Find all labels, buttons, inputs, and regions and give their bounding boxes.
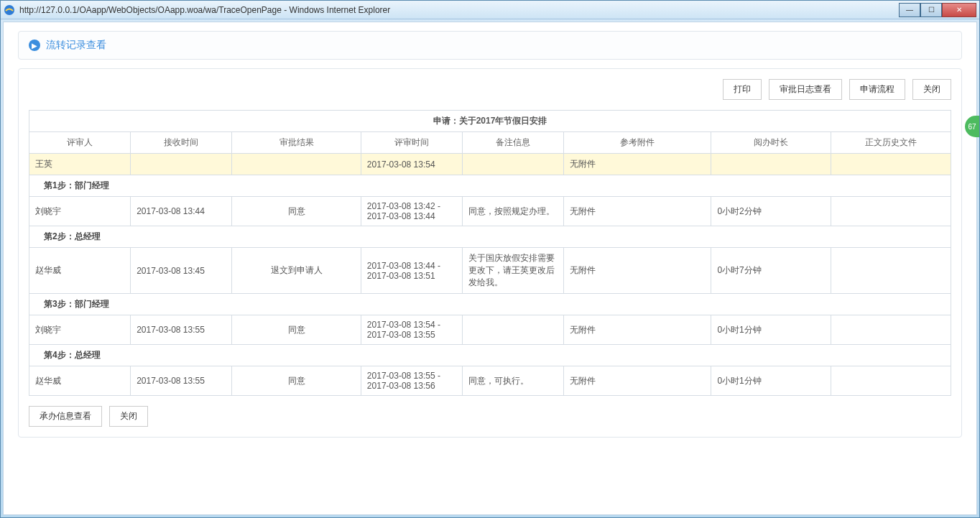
top-toolbar: 打印 审批日志查看 申请流程 关闭 xyxy=(29,79,951,100)
table-row: 刘晓宇2017-03-08 13:44同意2017-03-08 13:42 - … xyxy=(29,197,951,226)
window-buttons: — ☐ ✕ xyxy=(899,3,976,17)
content-frame: ▶ 流转记录查看 打印 审批日志查看 申请流程 关闭 xyxy=(3,22,977,515)
close-button[interactable]: 关闭 xyxy=(912,79,951,100)
arrow-right-icon: ▶ xyxy=(29,40,40,51)
print-button[interactable]: 打印 xyxy=(723,79,762,100)
table-row: 赵华威2017-03-08 13:55同意2017-03-08 13:55 - … xyxy=(29,366,951,396)
trace-table: 申请：关于2017年节假日安排评审人接收时间审批结果评审时间备注信息参考附件阅办… xyxy=(29,110,951,396)
highlight-row: 王英2017-03-08 13:54无附件 xyxy=(29,154,951,175)
bottom-close-button[interactable]: 关闭 xyxy=(109,406,148,427)
step-row: 第1步：部门经理 xyxy=(29,175,951,197)
handle-info-button[interactable]: 承办信息查看 xyxy=(29,406,102,427)
close-window-button[interactable]: ✕ xyxy=(942,3,976,17)
bottom-toolbar: 承办信息查看 关闭 xyxy=(29,406,951,427)
title-bar: http://127.0.0.1/OAapp/WebObjects/OAapp.… xyxy=(1,1,979,19)
minimize-button[interactable]: — xyxy=(899,3,920,17)
caption-row: 申请：关于2017年节假日安排 xyxy=(29,111,951,132)
ie-icon xyxy=(4,4,15,16)
audit-log-button[interactable]: 审批日志查看 xyxy=(769,79,842,100)
window-title: http://127.0.0.1/OAapp/WebObjects/OAapp.… xyxy=(19,5,899,15)
page-title: 流转记录查看 xyxy=(46,39,106,52)
table-row: 赵华威2017-03-08 13:45退文到申请人2017-03-08 13:4… xyxy=(29,248,951,294)
page-header: ▶ 流转记录查看 xyxy=(18,31,962,60)
table-row: 刘晓宇2017-03-08 13:55同意2017-03-08 13:54 - … xyxy=(29,315,951,345)
step-row: 第4步：总经理 xyxy=(29,345,951,366)
request-flow-button[interactable]: 申请流程 xyxy=(849,79,905,100)
table-row: 评审人接收时间审批结果评审时间备注信息参考附件阅办时长正文历史文件 xyxy=(29,132,951,154)
ie-window: http://127.0.0.1/OAapp/WebObjects/OAapp.… xyxy=(0,0,980,518)
main-panel: 打印 审批日志查看 申请流程 关闭 xyxy=(18,68,962,438)
step-row: 第3步：部门经理 xyxy=(29,294,951,315)
maximize-button[interactable]: ☐ xyxy=(920,3,942,17)
step-row: 第2步：总经理 xyxy=(29,226,951,248)
